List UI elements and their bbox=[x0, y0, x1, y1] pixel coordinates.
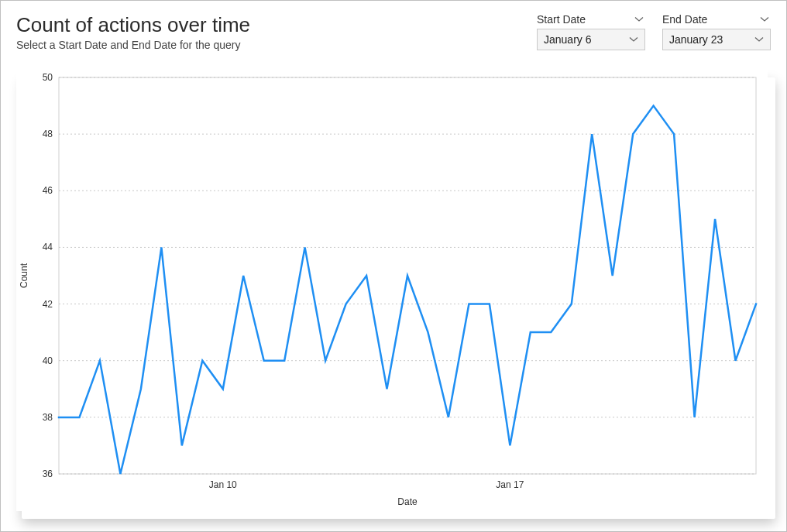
chevron-down-icon[interactable] bbox=[760, 15, 769, 24]
date-controls: Start Date January 6 End Date bbox=[537, 13, 771, 50]
x-tick-label: Jan 10 bbox=[209, 479, 237, 490]
y-tick-label: 48 bbox=[43, 129, 53, 139]
start-date-value: January 6 bbox=[544, 33, 591, 46]
y-tick-label: 40 bbox=[43, 355, 53, 366]
line-series bbox=[59, 106, 756, 474]
end-date-dropdown[interactable]: January 23 bbox=[662, 29, 771, 50]
y-tick-label: 42 bbox=[43, 299, 53, 310]
chart-subtitle: Select a Start Date and End Date for the… bbox=[16, 39, 537, 51]
y-tick-label: 50 bbox=[43, 72, 53, 83]
chart-card: Count of actions over time Select a Star… bbox=[0, 0, 787, 532]
header: Count of actions over time Select a Star… bbox=[16, 12, 771, 51]
end-date-label: End Date bbox=[662, 13, 707, 26]
y-tick-label: 44 bbox=[43, 242, 53, 252]
x-axis-title: Date bbox=[397, 496, 418, 507]
end-date-value: January 23 bbox=[669, 33, 723, 46]
chevron-down-icon bbox=[754, 35, 764, 44]
chart-title: Count of actions over time bbox=[16, 13, 537, 37]
chevron-down-icon[interactable] bbox=[634, 15, 644, 24]
end-date-control: End Date January 23 bbox=[662, 13, 771, 50]
y-tick-label: 36 bbox=[43, 469, 53, 479]
start-date-dropdown[interactable]: January 6 bbox=[537, 29, 645, 50]
chart-plot: 3638404244464850Jan 10Jan 17DateCount bbox=[16, 70, 768, 511]
start-date-label: Start Date bbox=[537, 13, 586, 26]
chevron-down-icon bbox=[629, 35, 638, 44]
y-tick-label: 46 bbox=[43, 185, 53, 196]
y-axis-title: Count bbox=[19, 263, 29, 288]
start-date-control: Start Date January 6 bbox=[537, 13, 645, 50]
y-tick-label: 38 bbox=[43, 412, 53, 423]
x-tick-label: Jan 17 bbox=[496, 479, 524, 490]
